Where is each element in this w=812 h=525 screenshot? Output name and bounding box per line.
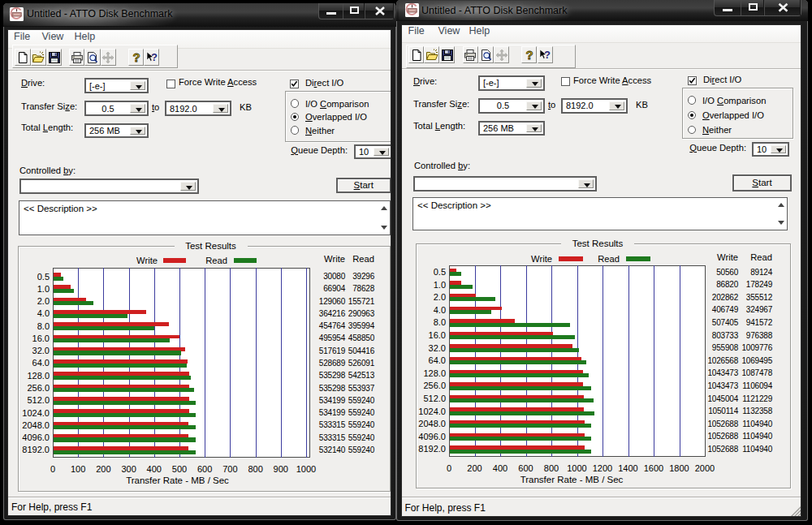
svg-text:?: ? bbox=[526, 49, 533, 62]
svg-text:?: ? bbox=[132, 51, 140, 64]
